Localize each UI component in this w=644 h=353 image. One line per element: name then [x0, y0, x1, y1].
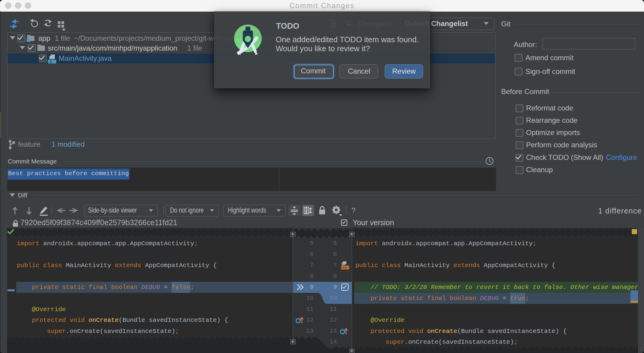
svg-text:J: J [49, 59, 51, 64]
